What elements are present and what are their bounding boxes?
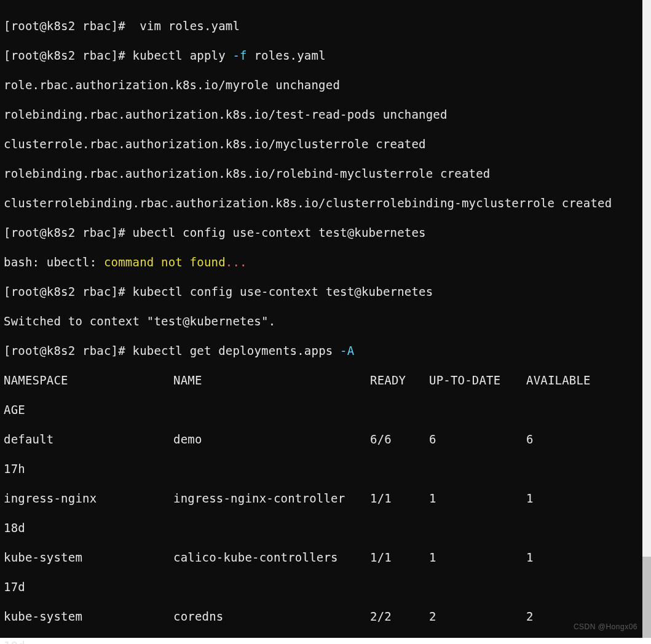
cmd-use-context: kubectl config use-context test@kubernet… (133, 285, 433, 298)
cell-age: 18d (4, 520, 639, 535)
cell-uptodate: 1 (429, 491, 526, 506)
shell-prompt: [root@k8s2 rbac]# (4, 49, 133, 62)
table-row: kube-systemcalico-kube-controllers1/111 (4, 550, 639, 565)
table-row: defaultdemo6/666 (4, 432, 639, 447)
cell-available: 2 (526, 609, 534, 624)
bash-error-cmdnf: command not found (104, 255, 226, 269)
col-header-age: AGE (4, 402, 639, 417)
output-switched: Switched to context "test@kubernetes". (4, 314, 639, 328)
cell-available: 6 (526, 432, 534, 447)
cell-namespace: kube-system (4, 550, 173, 565)
cmd-line-apply: [root@k8s2 rbac]# kubectl apply -f roles… (4, 48, 639, 63)
bash-error-dots: ... (226, 255, 247, 269)
cell-ready: 1/1 (370, 550, 429, 565)
cell-available: 1 (526, 491, 534, 506)
cell-age: 17d (4, 579, 639, 594)
cell-name: coredns (173, 609, 370, 624)
cell-available: 1 (526, 550, 534, 565)
output-line: clusterrole.rbac.authorization.k8s.io/my… (4, 137, 639, 151)
cell-namespace: default (4, 432, 173, 447)
bash-error-pre: bash: ubectl: (4, 255, 104, 269)
cmd-line-get: [root@k8s2 rbac]# kubectl get deployment… (4, 343, 639, 358)
cell-age: 19d (4, 638, 639, 644)
col-header-uptodate: UP-TO-DATE (429, 373, 526, 388)
col-header-name: NAME (173, 373, 370, 388)
table-header-row: NAMESPACENAMEREADYUP-TO-DATEAVAILABLE (4, 373, 639, 388)
shell-prompt: [root@k8s2 rbac]# (4, 344, 133, 357)
cell-name: demo (173, 432, 370, 447)
col-header-namespace: NAMESPACE (4, 373, 173, 388)
cmd-get-flag: -A (340, 344, 354, 357)
cell-name: calico-kube-controllers (173, 550, 370, 565)
cell-ready: 6/6 (370, 432, 429, 447)
watermark-text: CSDN @Hongx06 (574, 619, 637, 634)
cmd-line-ubectl: [root@k8s2 rbac]# ubectl config use-cont… (4, 225, 639, 240)
cmd-get-pre: kubectl get deployments.apps (133, 344, 341, 357)
table-row: kube-systemcoredns2/222 (4, 609, 639, 624)
shell-prompt: [root@k8s2 rbac]# (4, 19, 133, 33)
cell-namespace: ingress-nginx (4, 491, 173, 506)
shell-prompt: [root@k8s2 rbac]# (4, 285, 133, 298)
cell-namespace: kube-system (4, 609, 173, 624)
cell-ready: 1/1 (370, 491, 429, 506)
output-line: clusterrolebinding.rbac.authorization.k8… (4, 196, 639, 210)
cmd-line-vim: [root@k8s2 rbac]# vim roles.yaml (4, 18, 639, 33)
cmd-vim: vim roles.yaml (133, 19, 240, 33)
cmd-line-usectx: [root@k8s2 rbac]# kubectl config use-con… (4, 284, 639, 299)
shell-prompt: [root@k8s2 rbac]# (4, 226, 133, 239)
output-line: rolebinding.rbac.authorization.k8s.io/te… (4, 107, 639, 122)
cell-ready: 2/2 (370, 609, 429, 624)
terminal-window[interactable]: [root@k8s2 rbac]# vim roles.yaml [root@k… (0, 0, 642, 638)
scrollbar-thumb[interactable] (642, 557, 651, 638)
cmd-apply-post: roles.yaml (247, 49, 326, 62)
cmd-apply-flag: -f (232, 49, 247, 62)
col-header-available: AVAILABLE (526, 373, 591, 388)
cmd-ubectl: ubectl config use-context test@kubernete… (133, 226, 426, 239)
cell-name: ingress-nginx-controller (173, 491, 370, 506)
output-line: rolebinding.rbac.authorization.k8s.io/ro… (4, 166, 639, 181)
scrollbar-track[interactable] (642, 0, 651, 638)
cell-uptodate: 2 (429, 609, 526, 624)
cmd-apply-pre: kubectl apply (133, 49, 233, 62)
cell-uptodate: 1 (429, 550, 526, 565)
col-header-ready: READY (370, 373, 429, 388)
cell-age: 17h (4, 461, 639, 476)
table-row: ingress-nginxingress-nginx-controller1/1… (4, 491, 639, 506)
output-line: role.rbac.authorization.k8s.io/myrole un… (4, 78, 639, 92)
bash-error-line: bash: ubectl: command not found... (4, 255, 639, 269)
cell-uptodate: 6 (429, 432, 526, 447)
